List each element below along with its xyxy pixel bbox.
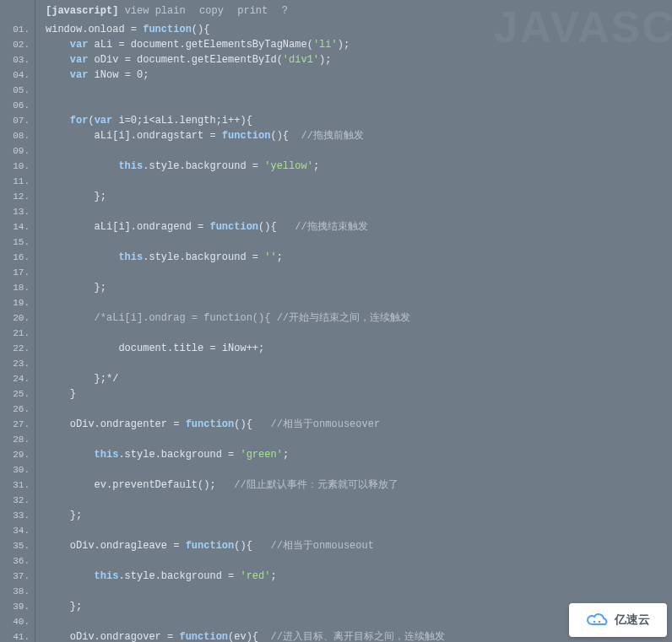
code-token — [46, 69, 70, 81]
line-number-gutter: 01.02.03.04.05.06.07.08.09.10.11.12.13.1… — [0, 0, 35, 642]
line-number: 24. — [0, 371, 35, 386]
code-token: window.onload = — [46, 24, 143, 35]
code-token — [46, 160, 118, 172]
line-number: 08. — [0, 128, 35, 143]
code-token: this — [95, 449, 119, 461]
code-token: ; — [313, 160, 319, 172]
code-body: window.onload = function(){ var aLi = do… — [35, 22, 672, 642]
line-number: 15. — [0, 235, 35, 250]
code-line: this.style.background = 'yellow'; — [46, 159, 672, 174]
code-token: ( — [88, 115, 94, 127]
code-token: //拖拽结束触发 — [295, 221, 367, 233]
code-token: var — [70, 54, 89, 66]
code-token: ; — [283, 449, 289, 461]
code-token: function — [179, 631, 228, 642]
line-number: 22. — [0, 341, 35, 356]
code-line — [46, 462, 672, 477]
code-token: aLi = document.getElementsByTagName( — [88, 39, 312, 51]
code-token: ; — [270, 570, 276, 582]
line-number: 03. — [0, 52, 35, 67]
brand-text: 亿速云 — [615, 612, 650, 628]
code-token: .style.background = — [118, 570, 240, 582]
svg-point-0 — [593, 621, 596, 623]
line-number: 23. — [0, 356, 35, 371]
code-token — [46, 312, 95, 324]
code-line: /*aLi[i].ondrag = function(){ //开始与结束之间，… — [46, 310, 672, 326]
code-token: 'green' — [240, 449, 282, 461]
code-line: window.onload = function(){ — [46, 22, 672, 37]
line-number: 10. — [0, 159, 35, 174]
code-token — [46, 115, 70, 127]
code-line — [46, 356, 672, 371]
line-number: 09. — [0, 143, 35, 159]
code-token: .style.background = — [143, 160, 264, 172]
code-token: }; — [46, 510, 82, 521]
line-number: 18. — [0, 280, 35, 295]
code-token: this — [95, 570, 119, 582]
brand-badge[interactable]: 亿速云 — [569, 603, 667, 637]
language-tag: [javascript] — [46, 5, 118, 17]
code-line — [46, 402, 672, 417]
code-token: /*aLi[i].ondrag = function(){ //开始与结束之间，… — [95, 312, 410, 324]
code-token: }; — [46, 282, 106, 294]
code-line — [46, 83, 672, 98]
code-line: this.style.background = ''; — [46, 250, 672, 265]
line-number: 05. — [0, 83, 35, 98]
code-token: .style.background = — [118, 449, 240, 461]
code-token: aLi[i].ondragstart = — [46, 130, 222, 142]
code-token: (){ — [234, 540, 270, 552]
line-number: 29. — [0, 447, 35, 462]
code-line — [46, 98, 672, 113]
copy-link[interactable]: copy — [199, 5, 224, 17]
code-token: for — [70, 115, 89, 127]
code-token: .style.background = — [143, 251, 264, 263]
code-token: //相当于onmouseout — [270, 540, 373, 552]
code-token: //阻止默认事件：元素就可以释放了 — [234, 479, 398, 491]
view-plain-link[interactable]: view plain — [125, 5, 186, 17]
line-number: 31. — [0, 477, 35, 493]
code-line — [46, 174, 672, 189]
code-token: ; — [277, 251, 283, 263]
line-number: 40. — [0, 614, 35, 629]
line-number: 34. — [0, 523, 35, 538]
code-token: oDiv = document.getElementById( — [88, 54, 282, 66]
code-token: i=0;i<aLi.length;i++){ — [112, 115, 252, 127]
line-number: 14. — [0, 219, 35, 235]
code-token: this — [118, 251, 143, 263]
code-token: iNow = 0; — [88, 69, 149, 81]
code-token: 'red' — [240, 570, 270, 582]
code-line: }; — [46, 508, 672, 523]
code-token: 'li' — [313, 39, 338, 51]
line-number: 07. — [0, 113, 35, 128]
code-line: this.style.background = 'red'; — [46, 569, 672, 584]
line-number: 39. — [0, 599, 35, 614]
line-number: 21. — [0, 326, 35, 341]
code-token: ); — [319, 54, 331, 66]
help-link[interactable]: ? — [282, 5, 288, 17]
line-number: 11. — [0, 174, 35, 189]
code-line: aLi[i].ondragstart = function(){ //拖拽前触发 — [46, 128, 672, 143]
line-number: 30. — [0, 462, 35, 477]
line-number: 12. — [0, 189, 35, 204]
code-line: ev.preventDefault(); //阻止默认事件：元素就可以释放了 — [46, 477, 672, 493]
code-line — [46, 584, 672, 599]
line-number: 37. — [0, 569, 35, 584]
cloud-icon — [586, 612, 610, 628]
line-number: 28. — [0, 432, 35, 447]
code-token: function — [186, 540, 235, 552]
code-line — [46, 143, 672, 159]
code-token: '' — [264, 251, 276, 263]
code-line: }; — [46, 189, 672, 204]
code-token: function — [209, 221, 258, 233]
code-line: var oDiv = document.getElementById('div1… — [46, 52, 672, 67]
code-token: oDiv.ondragenter = — [46, 418, 186, 430]
line-number: 01. — [0, 22, 35, 37]
code-token: var — [95, 115, 113, 127]
code-token: document.title = iNow++; — [46, 343, 264, 354]
print-link[interactable]: print — [237, 5, 268, 17]
code-token: var — [70, 69, 89, 81]
code-line: aLi[i].ondragend = function(){ //拖拽结束触发 — [46, 219, 672, 235]
code-line: oDiv.ondragleave = function(){ //相当于onmo… — [46, 538, 672, 553]
code-token: //相当于onmouseover — [270, 418, 380, 430]
code-line: oDiv.ondragenter = function(){ //相当于onmo… — [46, 417, 672, 432]
